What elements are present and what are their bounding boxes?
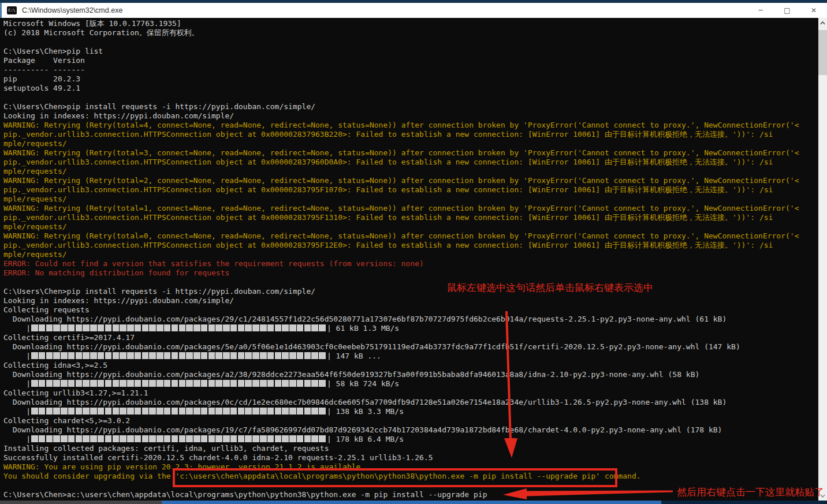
background-edge-bottom xyxy=(0,501,162,504)
scrollbar[interactable] xyxy=(818,18,827,501)
console-line: Collecting urllib3<1.27,>=1.21.1 xyxy=(3,389,818,398)
cmd-icon-label: C:\ xyxy=(8,9,16,13)
scroll-up-icon[interactable] xyxy=(818,18,827,28)
console-line xyxy=(3,278,818,287)
console-progress-line: || 58 kB 724 kB/s xyxy=(3,379,818,389)
console-line: C:\Users\Chen>pip install requests -i ht… xyxy=(3,287,818,296)
console-line: Downloading https://pypi.doubanio.com/pa… xyxy=(3,425,818,435)
console-line: WARNING: Retrying (Retry(total=0, connec… xyxy=(3,232,818,241)
console-line: ---------- ------- xyxy=(3,65,818,74)
console-line: (c) 2018 Microsoft Corporation。保留所有权利。 xyxy=(3,28,818,38)
close-button[interactable]: ✕ xyxy=(800,3,827,18)
console-line: Downloading https://pypi.doubanio.com/pa… xyxy=(3,315,818,324)
console-line: Collecting certifi>=2017.4.17 xyxy=(3,333,818,342)
annotation-paste-note: 然后用右键点击一下这里就粘贴了 xyxy=(677,487,824,498)
minimize-button[interactable]: ─ xyxy=(747,3,774,18)
window-title: C:\Windows\system32\cmd.exe xyxy=(22,6,122,14)
console-line: Looking in indexes: https://pypi.douban.… xyxy=(3,111,818,121)
console-line: Looking in indexes: https://pypi.douban.… xyxy=(3,296,818,305)
window-controls: ─ □ ✕ xyxy=(747,3,827,18)
console-line: Collecting requests xyxy=(3,305,818,315)
console-progress-line: || 61 kB 1.3 MB/s xyxy=(3,324,818,333)
console-line: WARNING: Retrying (Retry(total=2, connec… xyxy=(3,176,818,185)
console-line: mple/requests/ xyxy=(3,139,818,148)
console-line: ERROR: Could not find a version that sat… xyxy=(3,259,818,268)
console-line: WARNING: Retrying (Retry(total=3, connec… xyxy=(3,148,818,158)
progress-bar xyxy=(31,435,326,442)
cmd-icon: C:\ xyxy=(7,6,17,14)
console-output[interactable]: Microsoft Windows [版本 10.0.17763.1935](c… xyxy=(0,18,818,501)
console-line: pip._vendor.urllib3.connection.HTTPSConn… xyxy=(3,185,818,195)
console-line xyxy=(3,38,818,47)
console-progress-line: || 147 kB ... xyxy=(3,352,818,361)
titlebar: C:\ C:\Windows\system32\cmd.exe ─ □ ✕ xyxy=(2,3,827,18)
console-line: Collecting idna<3,>=2.5 xyxy=(3,361,818,370)
console-line: WARNING: Retrying (Retry(total=4, connec… xyxy=(3,121,818,130)
console-line: C:\Users\Chen>pip install requests -i ht… xyxy=(3,102,818,111)
taskbar-edge xyxy=(162,501,661,504)
console-line: Downloading https://pypi.doubanio.com/pa… xyxy=(3,398,818,407)
maximize-button[interactable]: □ xyxy=(774,3,800,18)
console-line: Collecting chardet<5,>=3.0.2 xyxy=(3,416,818,425)
console-line: pip._vendor.urllib3.connection.HTTPSConn… xyxy=(3,158,818,167)
console-line: mple/requests/ xyxy=(3,195,818,204)
console-line: Successfully installed certifi-2020.12.5… xyxy=(3,453,818,462)
console-line: Installing collected packages: certifi, … xyxy=(3,444,818,453)
annotation-select-note: 鼠标左键选中这句话然后单击鼠标右键表示选中 xyxy=(447,282,653,293)
console-line: Downloading https://pypi.doubanio.com/pa… xyxy=(3,342,818,352)
console-line: mple/requests/ xyxy=(3,222,818,232)
cmd-window: C:\ C:\Windows\system32\cmd.exe ─ □ ✕ Mi… xyxy=(0,0,827,504)
progress-bar xyxy=(31,352,326,359)
console-line: C:\Users\Chen>pip list xyxy=(3,47,818,56)
console-line: pip._vendor.urllib3.connection.HTTPSConn… xyxy=(3,213,818,222)
progress-bar xyxy=(31,408,326,415)
console-line: pip._vendor.urllib3.connection.HTTPSConn… xyxy=(3,130,818,139)
console-line: ERROR: No matching distribution found fo… xyxy=(3,268,818,278)
highlight-box xyxy=(173,468,617,487)
console-line: mple/requests/ xyxy=(3,250,818,259)
scrollbar-thumb[interactable] xyxy=(818,30,827,75)
console-line: Microsoft Windows [版本 10.0.17763.1935] xyxy=(3,19,818,28)
console-line: Package Version xyxy=(3,56,818,65)
progress-bar xyxy=(31,324,326,331)
console-line: setuptools 49.2.1 xyxy=(3,84,818,93)
console-progress-line: || 138 kB 3.3 MB/s xyxy=(3,407,818,416)
console-line xyxy=(3,93,818,102)
console-line: Downloading https://pypi.doubanio.com/pa… xyxy=(3,370,818,379)
progress-bar xyxy=(31,380,326,387)
console-progress-line: || 178 kB 6.4 MB/s xyxy=(3,435,818,444)
console-line: WARNING: Retrying (Retry(total=1, connec… xyxy=(3,204,818,213)
background-edge-bottom-right xyxy=(661,501,827,504)
console-line: mple/requests/ xyxy=(3,167,818,176)
console-line: pip._vendor.urllib3.connection.HTTPSConn… xyxy=(3,241,818,250)
console-line: pip 20.2.3 xyxy=(3,74,818,84)
